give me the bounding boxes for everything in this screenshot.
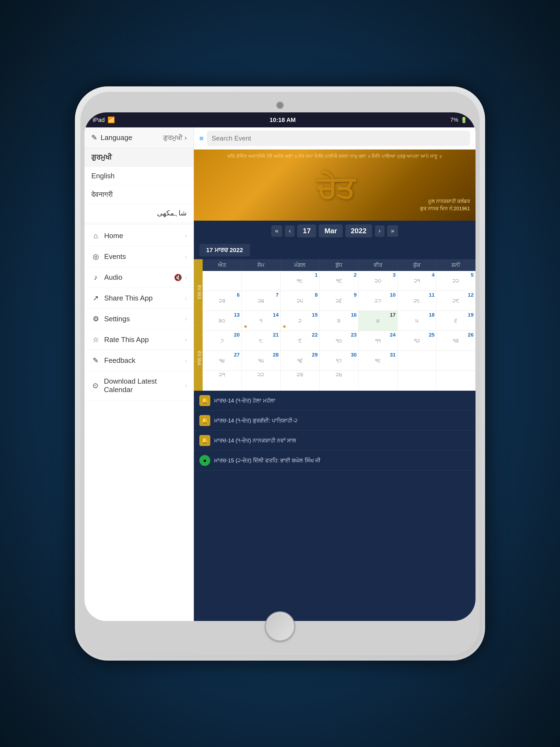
cal-cell-5-3[interactable]: ੨੪ (320, 371, 359, 390)
cal-cell-1-2[interactable]: 8੨੫ (281, 291, 320, 311)
cal-cell-2-0[interactable]: 13੩੦ (203, 311, 242, 331)
cal-cell-4-6[interactable] (436, 351, 476, 370)
cal-cell-4-4[interactable]: 31੧੮ (358, 351, 398, 370)
event-item-1[interactable]: 🔔ਮਾਰਚ-14 (੧-ਚੇਤ) ਗੁਰਗੱਦੀ: ਪਾਤਿਸ਼ਾਹੀ-੨ (194, 411, 476, 431)
cal-cell-5-4[interactable] (358, 371, 398, 390)
gregorian-date: 22 (282, 332, 318, 338)
language-option-english[interactable]: English (84, 167, 194, 185)
cal-cell-3-1[interactable]: 21੮ (242, 331, 281, 351)
cal-cell-0-3[interactable]: 2੧੯ (320, 271, 359, 291)
menu-lines-icon[interactable]: ≡ (199, 134, 203, 143)
cal-cell-1-1[interactable]: 7੨੪ (242, 291, 281, 311)
front-camera (276, 101, 284, 109)
cal-cell-5-5[interactable] (398, 371, 437, 390)
punjabi-date: ੮ (244, 338, 279, 344)
nav-share-label: Share This App (104, 294, 153, 302)
gregorian-date: 7 (244, 292, 279, 298)
next-month-button[interactable]: › (375, 225, 384, 237)
sidebar-item-rate[interactable]: ☆ Rate This App › (84, 330, 194, 350)
calendar-month-display[interactable]: Mar (319, 225, 342, 237)
sidebar-item-events[interactable]: ◎ Events › (84, 247, 194, 267)
gregorian-date: 31 (360, 352, 396, 358)
cal-cell-2-1[interactable]: 14੧★ (242, 311, 281, 331)
event-item-2[interactable]: 🔔ਮਾਰਚ-14 (੧-ਚੇਤ) ਨਾਨਕਸ਼ਾਹੀ ਨਵਾਂ ਸਾਲ (194, 431, 476, 450)
prev-month-button[interactable]: ‹ (285, 225, 295, 237)
cal-cell-3-4[interactable]: 24੧੧ (358, 331, 398, 351)
language-option-devanagari[interactable]: देवनागरी (84, 185, 194, 204)
calendar-banner: ਚੜਿ ਗੋਵਿੰਦ ਅਰਾਧੀਐ ਹੋਵੈ ਅਨੰਦ ਘਣਾ ॥ ਸੰਤ ਜਨ… (194, 150, 476, 221)
cal-cell-4-0[interactable]: 27੧੪ (203, 351, 242, 370)
cal-cell-0-4[interactable]: 3੨੦ (358, 271, 398, 291)
cal-cell-1-0[interactable]: 6੨੩ (203, 291, 242, 311)
calendar-week-2: 13੩੦14੧★15੨★16੩17੪18੫19੬ (203, 311, 476, 331)
day-header-5: ਸ਼ੁੱਕ (398, 259, 437, 271)
nanakshahi-labels: ਫੇਰ 553 ਚੇਤ 554 (194, 259, 203, 391)
cal-cell-2-5[interactable]: 18੫ (398, 311, 437, 331)
banner-sub-info: ਮੂਲ ਨਾਨਕਸ਼ਾਹੀ ਕਲੰਡਰ ਗੁਰ ਨਾਨਕ ਦਿਨ ਨੰ:2019… (420, 198, 470, 212)
prev-year-button[interactable]: « (271, 225, 282, 237)
cal-cell-1-3[interactable]: 9੨੬ (320, 291, 359, 311)
cal-cell-2-6[interactable]: 19੬ (436, 311, 476, 331)
cal-cell-3-3[interactable]: 23੧੦ (320, 331, 359, 351)
events-chevron-icon: › (185, 253, 187, 260)
gregorian-date: 8 (282, 292, 318, 298)
day-headers-row: ਐਤ ਸੋਮ ਮੰਗਲ ਬੁੱਧ ਵੀਰ ਸ਼ੁੱਕ ਸ਼ਨੀ (203, 259, 476, 271)
next-year-button[interactable]: » (387, 225, 398, 237)
sidebar-item-audio[interactable]: ♪ Audio 🔇 › (84, 267, 194, 288)
punjabi-date: ੧੮ (282, 278, 318, 284)
settings-icon: ⚙ (91, 315, 100, 323)
search-input[interactable] (207, 131, 470, 146)
cal-cell-5-1[interactable]: ੨੨ (242, 371, 281, 390)
cal-cell-3-6[interactable]: 26੧੩ (436, 331, 476, 351)
sidebar-item-home[interactable]: ⌂ Home › (84, 226, 194, 247)
gregorian-date: 26 (438, 332, 474, 338)
sidebar-item-feedback[interactable]: ✎ Feedback › (84, 350, 194, 371)
events-list: 🔔ਮਾਰਚ-14 (੧-ਚੇਤ) ਹੋਲਾ ਮਹੱਲਾ🔔ਮਾਰਚ-14 (੧-ਚ… (194, 391, 476, 621)
cal-cell-0-5[interactable]: 4੨੧ (398, 271, 437, 291)
cal-cell-3-5[interactable]: 25੧੨ (398, 331, 437, 351)
cal-cell-1-4[interactable]: 10੨੭ (358, 291, 398, 311)
sidebar-item-settings[interactable]: ⚙ Settings › (84, 309, 194, 330)
day-header-2: ਮੰਗਲ (281, 259, 320, 271)
cal-cell-2-3[interactable]: 16੩ (320, 311, 359, 331)
event-item-icon: 🔔 (199, 395, 210, 406)
punjabi-date: ੧੦ (321, 338, 357, 344)
cal-cell-3-2[interactable]: 22੯ (281, 331, 320, 351)
language-option-shahmukhi[interactable]: شاہمکھی (84, 204, 194, 223)
calendar-year-display[interactable]: 2022 (345, 225, 372, 237)
calendar-week-1: 6੨੩7੨੪8੨੫9੨੬10੨੭11੨੮12੨੯ (203, 291, 476, 311)
cal-cell-0-2[interactable]: 1੧੮ (281, 271, 320, 291)
app-container: ✎ Language ਗੁਰਮੁਖੀ › ਗੁਰਮੁਖੀ English (84, 127, 476, 621)
calendar-day-display[interactable]: 17 (297, 225, 316, 237)
cal-cell-0-1[interactable] (242, 271, 281, 291)
cal-cell-4-2[interactable]: 29੧੬ (281, 351, 320, 370)
language-header[interactable]: ✎ Language ਗੁਰਮੁਖੀ › (84, 127, 194, 148)
punjabi-date: ੨੪ (321, 372, 357, 378)
cal-cell-4-3[interactable]: 30੧੭ (320, 351, 359, 370)
cal-cell-5-2[interactable]: ੨੩ (281, 371, 320, 390)
cal-cell-0-6[interactable]: 5੨੨ (436, 271, 476, 291)
carrier-label: iPad (93, 117, 105, 124)
cal-cell-1-5[interactable]: 11੨੮ (398, 291, 437, 311)
cal-cell-4-1[interactable]: 28੧੫ (242, 351, 281, 370)
event-item-0[interactable]: 🔔ਮਾਰਚ-14 (੧-ਚੇਤ) ਹੋਲਾ ਮਹੱਲਾ (194, 391, 476, 411)
cal-cell-5-6[interactable] (436, 371, 476, 390)
gregorian-date: 24 (360, 332, 396, 338)
cal-cell-0-0[interactable] (203, 271, 242, 291)
search-bar: ≡ (194, 127, 476, 150)
calendar-week-4: 27੧੪28੧੫29੧੬30੧੭31੧੮ (203, 351, 476, 371)
punjabi-date: ੨੮ (399, 298, 435, 304)
cal-cell-4-5[interactable] (398, 351, 437, 370)
language-option-gurmukhi[interactable]: ਗੁਰਮੁਖੀ (84, 148, 194, 167)
sidebar-item-share[interactable]: ↗ Share This App › (84, 288, 194, 309)
day-header-0: ਐਤ (203, 259, 242, 271)
sidebar-item-download[interactable]: ⊙ Download Latest Calendar › (84, 371, 194, 400)
event-item-3[interactable]: ●ਮਾਰਚ-15 (੨-ਚੇਤ) ਦਿੱਲੀ ਫਤਹਿ: ਭਾਈ ਬਘੇਲ ਸਿ… (194, 450, 476, 470)
cal-cell-3-0[interactable]: 20੭ (203, 331, 242, 351)
cal-cell-2-2[interactable]: 15੨★ (281, 311, 320, 331)
sidebar: ✎ Language ਗੁਰਮੁਖੀ › ਗੁਰਮੁਖੀ English (84, 127, 194, 621)
cal-cell-2-4[interactable]: 17੪ (358, 311, 398, 331)
cal-cell-1-6[interactable]: 12੨੯ (436, 291, 476, 311)
home-button[interactable] (265, 611, 295, 641)
cal-cell-5-0[interactable]: ੨੧ (203, 371, 242, 390)
